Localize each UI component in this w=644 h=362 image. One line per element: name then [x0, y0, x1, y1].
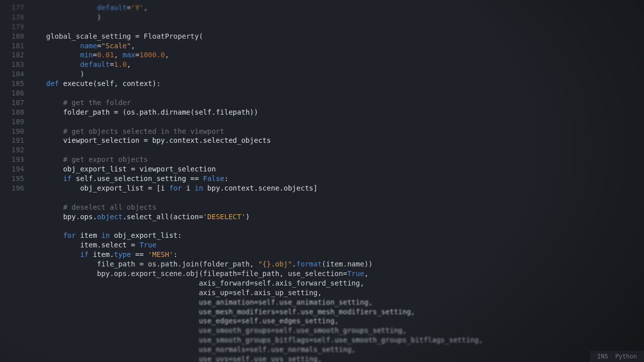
code-line[interactable]: ) — [29, 69, 644, 79]
code-token: False — [203, 174, 224, 183]
code-token: ) — [29, 13, 101, 21]
code-token: : — [224, 174, 228, 183]
code-line[interactable]: use_animation=self.use_animation_setting… — [29, 298, 644, 307]
line-number — [0, 193, 24, 203]
code-line[interactable]: viewport_selection = bpy.context.selecte… — [29, 136, 644, 145]
code-token — [29, 99, 63, 107]
code-line[interactable] — [29, 88, 644, 98]
code-token: self — [258, 298, 275, 306]
code-line[interactable]: bpy.ops.object.select_all(action='DESELE… — [29, 212, 644, 222]
code-token: in — [101, 231, 110, 239]
code-line[interactable] — [29, 221, 644, 231]
code-token: item — [76, 231, 102, 239]
code-line[interactable] — [29, 145, 644, 155]
code-line[interactable]: use_edges=self.use_edges_setting, — [29, 316, 644, 326]
code-token: file_path = os.path.join(folder_path, — [29, 260, 258, 268]
code-line[interactable]: # get objects selected in the viewport — [29, 127, 644, 136]
code-line[interactable]: file_path = os.path.join(folder_path, "{… — [29, 259, 644, 269]
code-line[interactable]: use_smooth_groups_bitflags=self.use_smoo… — [29, 335, 644, 345]
code-token — [29, 4, 97, 12]
code-line[interactable]: obj_export_list = viewport_selection — [29, 164, 644, 174]
code-line[interactable]: axis_forward=self.axis_forward_setting, — [29, 279, 644, 288]
code-token: , — [364, 269, 368, 278]
code-line[interactable]: if item.type == 'MESH': — [29, 250, 644, 259]
code-token: # get the folder — [63, 99, 131, 107]
code-token: in — [195, 184, 203, 192]
code-token: global_scale_setting — [46, 32, 131, 40]
code-line[interactable]: # deselect all objects — [29, 203, 644, 212]
code-token — [29, 51, 80, 59]
line-number: 191 — [0, 136, 24, 145]
code-line[interactable]: use_uvs=self.use_uvs_setting, — [29, 354, 644, 362]
code-token: # get export objects — [63, 155, 148, 163]
line-number: 180 — [0, 32, 24, 41]
code-line[interactable] — [29, 193, 644, 203]
code-line[interactable]: default=1.0, — [29, 60, 644, 69]
insert-mode-indicator: INS — [597, 353, 608, 360]
code-token: use_uvs= — [29, 355, 233, 362]
code-line[interactable]: for item in obj_export_list: — [29, 231, 644, 240]
code-token: 'Y' — [131, 4, 143, 12]
code-token: self — [241, 317, 258, 325]
code-line[interactable]: use_mesh_modifiers=self.use_mesh_modifie… — [29, 307, 644, 317]
code-token: , — [131, 42, 135, 50]
code-token: , — [165, 51, 169, 59]
line-number: 196 — [0, 184, 24, 193]
line-number: 177 — [0, 3, 24, 13]
code-line[interactable]: # get the folder — [29, 98, 644, 108]
code-line[interactable]: ) — [29, 13, 644, 22]
code-token: ( — [190, 108, 194, 116]
code-token: if — [63, 174, 71, 183]
code-line[interactable]: def execute(self, context): — [29, 79, 644, 88]
code-token: max — [122, 51, 135, 59]
code-token: "{}.obj" — [258, 260, 292, 268]
code-token — [29, 60, 80, 68]
code-token: self — [250, 345, 267, 353]
line-number: 182 — [0, 50, 24, 60]
code-line[interactable] — [29, 117, 644, 127]
code-token: .use_selection_setting == — [93, 174, 203, 183]
code-line[interactable]: global_scale_setting = FloatProperty( — [29, 32, 644, 41]
line-number — [0, 335, 24, 345]
code-token: default — [80, 60, 110, 68]
code-token: , context): — [114, 79, 161, 87]
line-number — [0, 345, 24, 354]
code-token: use_edges= — [29, 317, 241, 325]
code-line[interactable]: if self.use_selection_setting == False: — [29, 174, 644, 184]
code-line[interactable]: use_smooth_groups=self.use_smooth_groups… — [29, 326, 644, 335]
code-token: use_smooth_groups_bitflags= — [29, 336, 313, 344]
line-number: 194 — [0, 164, 24, 174]
line-number: 193 — [0, 155, 24, 164]
code-line[interactable]: # get export objects — [29, 155, 644, 164]
code-token: obj_export_list = [i — [29, 184, 169, 192]
code-line[interactable]: default='Y', — [29, 3, 644, 13]
line-number: 181 — [0, 41, 24, 51]
code-token — [29, 79, 46, 87]
code-token: item. — [89, 250, 114, 258]
code-token — [29, 155, 63, 163]
code-area[interactable]: default='Y', ) global_scale_setting = Fl… — [29, 0, 644, 362]
code-token — [29, 250, 80, 258]
code-editor-view[interactable]: 1771781791801811821831841851861871881891… — [0, 0, 644, 362]
code-token: . — [292, 260, 296, 268]
code-line[interactable]: item.select = True — [29, 240, 644, 250]
line-number — [0, 221, 24, 231]
code-token: for — [63, 231, 75, 239]
code-token: .use_mesh_modifiers_setting, — [296, 308, 415, 316]
code-token: viewport_selection = bpy.context.selecte… — [29, 136, 271, 144]
code-line[interactable]: axis_up=self.axis_up_setting, — [29, 288, 644, 298]
code-line[interactable]: name="Scale", — [29, 41, 644, 51]
code-line[interactable] — [29, 22, 644, 32]
code-line[interactable]: use_normals=self.use_normals_setting, — [29, 345, 644, 354]
code-token: = — [110, 60, 114, 68]
line-number: 190 — [0, 127, 24, 136]
code-line[interactable]: obj_export_list = [i for i in bpy.contex… — [29, 184, 644, 193]
code-line[interactable]: min=0.01, max=1000.0, — [29, 50, 644, 60]
line-number: 186 — [0, 88, 24, 98]
code-token: , — [114, 51, 123, 59]
code-token: .axis_up_setting, — [250, 289, 321, 297]
line-number — [0, 279, 24, 288]
code-token: i — [182, 184, 194, 192]
code-line[interactable]: bpy.ops.export_scene.obj(filepath=file_p… — [29, 269, 644, 279]
code-line[interactable]: folder_path = (os.path.dirname(self.file… — [29, 108, 644, 117]
